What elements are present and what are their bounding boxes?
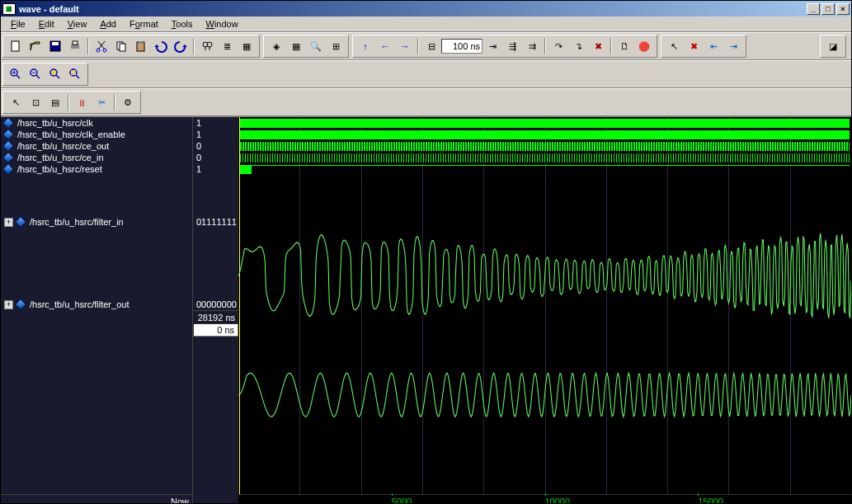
value-cell: 0 (193, 152, 238, 163)
zoom-full-icon[interactable] (46, 65, 64, 83)
break-icon[interactable]: 🛑 (635, 37, 653, 55)
menu-file[interactable]: File (4, 17, 32, 31)
signal-pane: /hsrc_tb/u_hsrc/clk /hsrc_tb/u_hsrc/clk_… (1, 117, 192, 504)
step-icon[interactable]: ⊟ (422, 37, 440, 55)
step-into-icon[interactable]: ↴ (569, 37, 587, 55)
open-icon[interactable] (26, 37, 45, 55)
redo-icon[interactable] (172, 37, 190, 55)
properties-icon[interactable]: ⚙ (119, 93, 137, 111)
continue-icon[interactable]: ⇉ (523, 37, 541, 55)
menu-format[interactable]: Format (123, 17, 165, 31)
compile-icon[interactable]: ≣ (218, 37, 236, 55)
value-cell: 0 (193, 140, 238, 152)
layers-icon[interactable]: ◈ (267, 37, 285, 55)
run-icon[interactable]: ▦ (238, 37, 256, 55)
edge-prev-icon[interactable]: ⇤ (704, 37, 723, 55)
signal-name: /hsrc_tb/u_hsrc/filter_in (30, 217, 124, 227)
new-icon[interactable] (7, 37, 25, 55)
undo-icon[interactable] (152, 37, 170, 55)
expand-icon[interactable]: + (4, 300, 13, 309)
waveform-area[interactable] (238, 117, 851, 494)
diamond-icon (2, 117, 14, 129)
left-arrow-icon[interactable]: ← (376, 37, 394, 55)
edge-next-icon[interactable]: ⇥ (724, 37, 742, 55)
cut-icon[interactable] (92, 37, 111, 55)
svg-rect-4 (73, 41, 78, 45)
value-cell: 1 (193, 129, 238, 140)
maximize-button[interactable]: □ (821, 3, 835, 15)
right-arrow-icon[interactable]: → (396, 37, 414, 55)
find-icon[interactable] (198, 37, 216, 55)
svg-rect-10 (139, 41, 143, 44)
stop-icon[interactable]: ✖ (589, 37, 607, 55)
menu-edit[interactable]: Edit (32, 17, 61, 31)
analog-waves (238, 117, 851, 494)
expand-icon[interactable]: ⊞ (327, 37, 345, 55)
run-step-icon[interactable]: ⇥ (483, 37, 501, 55)
signal-row[interactable]: /hsrc_tb/u_hsrc/reset (1, 163, 192, 175)
diamond-icon (2, 163, 14, 175)
hierarchy-icon[interactable]: ⊡ (26, 93, 45, 111)
signal-name: /hsrc_tb/u_hsrc/reset (17, 164, 102, 174)
close-button[interactable]: × (836, 3, 850, 15)
restart-icon[interactable]: 🗋 (615, 37, 633, 55)
select-icon[interactable]: ↖ (7, 93, 25, 111)
list-icon[interactable]: ▤ (46, 93, 64, 111)
search-icon[interactable]: 🔍 (307, 37, 325, 55)
zoom-in-icon[interactable] (7, 65, 25, 83)
value-pane: 1 1 0 0 1 01111111 00000000 28192 ns 0 n… (192, 117, 238, 504)
cursor-add-icon[interactable]: ✖ (685, 37, 703, 55)
menu-tools[interactable]: Tools (165, 17, 200, 31)
step-over-icon[interactable]: ↷ (549, 37, 567, 55)
now-label: Now (1, 494, 192, 504)
signal-name: /hsrc_tb/u_hsrc/ce_out (17, 141, 109, 151)
wave-format-icon[interactable]: ⫼ (73, 93, 91, 111)
signal-row[interactable]: +/hsrc_tb/u_hsrc/filter_out (1, 299, 192, 310)
diamond-icon (2, 152, 14, 163)
copy-icon[interactable] (112, 37, 130, 55)
waveform-pane[interactable]: 5000 10000 15000 0 ns (238, 117, 851, 504)
diamond-icon (15, 216, 26, 228)
run-all-icon[interactable]: ⇶ (503, 37, 521, 55)
toolbar-1: ≣ ▦ ◈ ▦ 🔍 ⊞ ↑ ← → ⊟ ⇥ ⇶ ⇉ ↷ ↴ ✖ 🗋 🛑 ↖ ✖ … (1, 32, 851, 60)
time-input[interactable] (441, 39, 482, 54)
value-cell: 1 (193, 117, 238, 129)
pointer-icon[interactable]: ↖ (665, 37, 683, 55)
signal-name: /hsrc_tb/u_hsrc/ce_in (17, 153, 104, 163)
signal-list[interactable]: /hsrc_tb/u_hsrc/clk /hsrc_tb/u_hsrc/clk_… (1, 117, 192, 494)
signal-row[interactable]: +/hsrc_tb/u_hsrc/filter_in (1, 216, 192, 228)
minimize-button[interactable]: _ (807, 3, 820, 15)
diamond-icon (2, 140, 14, 152)
up-arrow-icon[interactable]: ↑ (356, 37, 374, 55)
value-cell: 01111111 (193, 216, 238, 228)
signal-row[interactable]: /hsrc_tb/u_hsrc/ce_out (1, 140, 192, 152)
toolbar-3: ↖ ⊡ ▤ ⫼ ✂ ⚙ (1, 88, 851, 116)
main-area: /hsrc_tb/u_hsrc/clk /hsrc_tb/u_hsrc/clk_… (1, 116, 851, 504)
menu-window[interactable]: Window (200, 17, 245, 31)
cursor-value: 0 ns (193, 323, 238, 337)
signal-cut-icon[interactable]: ✂ (92, 93, 111, 111)
menu-add[interactable]: Add (93, 17, 123, 31)
zoom-out-icon[interactable] (26, 65, 45, 83)
grid-icon[interactable]: ▦ (287, 37, 305, 55)
now-value: 28192 ns (193, 310, 238, 323)
window-title: wave - default (19, 4, 79, 14)
toolbar-2 (1, 60, 851, 88)
signal-row[interactable]: /hsrc_tb/u_hsrc/clk (1, 117, 192, 129)
signal-name: /hsrc_tb/u_hsrc/clk_enable (17, 130, 125, 139)
svg-rect-0 (12, 41, 19, 51)
expand-icon[interactable]: + (4, 218, 13, 227)
diamond-icon (2, 129, 14, 140)
signal-row[interactable]: /hsrc_tb/u_hsrc/ce_in (1, 152, 192, 163)
print-icon[interactable] (66, 37, 84, 55)
svg-rect-2 (52, 42, 59, 45)
zoom-region-icon[interactable] (66, 65, 84, 83)
value-cell: 1 (193, 163, 238, 175)
menu-view[interactable]: View (61, 17, 94, 31)
paste-icon[interactable] (132, 37, 150, 55)
save-icon[interactable] (46, 37, 64, 55)
dock-icon[interactable]: ◪ (824, 37, 842, 55)
svg-rect-16 (52, 71, 55, 74)
signal-row[interactable]: /hsrc_tb/u_hsrc/clk_enable (1, 129, 192, 140)
titlebar: ▦ wave - default _ □ × (1, 1, 851, 16)
